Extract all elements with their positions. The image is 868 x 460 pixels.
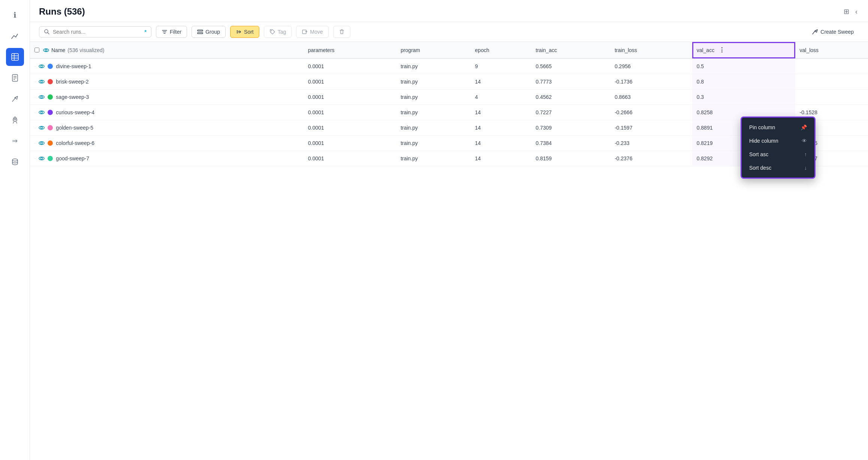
move-icon — [302, 29, 308, 35]
eye-icon-row[interactable] — [39, 109, 45, 115]
svg-rect-21 — [302, 30, 306, 34]
eye-icon-row[interactable] — [39, 155, 45, 161]
run-color-dot — [48, 94, 53, 100]
col-header-program: program — [396, 42, 470, 59]
cell-train-loss: -0.2376 — [610, 151, 692, 166]
row-handle: · — [34, 140, 36, 146]
group-button[interactable]: Group — [192, 26, 226, 38]
column-context-menu: Pin column 📌 Hide column 👁 Sort asc ↑ So… — [741, 116, 816, 179]
run-color-dot — [48, 110, 53, 115]
svg-point-25 — [41, 66, 43, 67]
cell-parameters: 0.0001 — [304, 105, 396, 120]
arrow-right-icon: ⇒ — [12, 137, 18, 145]
cell-program: train.py — [396, 90, 470, 105]
sidebar-item-launch[interactable] — [6, 111, 24, 129]
search-input[interactable] — [53, 29, 142, 35]
cell-name: · good-sweep-7 — [30, 151, 304, 166]
run-name: golden-sweep-5 — [56, 125, 93, 131]
grid-view-icon[interactable]: ⊞ — [842, 6, 851, 17]
svg-rect-0 — [12, 54, 18, 60]
context-menu-hide[interactable]: Hide column 👁 — [742, 134, 814, 148]
eye-icon-row[interactable] — [39, 140, 45, 146]
eye-icon-row[interactable] — [39, 94, 45, 100]
sidebar-item-artifacts[interactable]: ⇒ — [6, 132, 24, 150]
table-row: · sage-sweep-3 0.0001 train.py 4 0.4562 … — [30, 90, 868, 105]
cell-epoch: 4 — [470, 90, 531, 105]
sidebar-item-sweep[interactable] — [6, 90, 24, 108]
move-button[interactable]: Move — [296, 26, 328, 38]
cell-parameters: 0.0001 — [304, 58, 396, 74]
svg-point-35 — [41, 142, 43, 144]
column-options-button[interactable]: ⋮ — [717, 46, 727, 54]
context-menu-sort-desc[interactable]: Sort desc ↓ — [742, 161, 814, 175]
toolbar: * Filter Group Sort Tag Move Create Sw — [30, 22, 868, 42]
cell-parameters: 0.0001 — [304, 136, 396, 151]
row-handle: · — [34, 125, 36, 130]
cell-train-loss: 0.2956 — [610, 58, 692, 74]
run-name: sage-sweep-3 — [56, 94, 89, 100]
filter-icon — [162, 29, 168, 35]
sidebar-item-info[interactable]: ℹ — [6, 6, 24, 24]
database-icon — [11, 158, 19, 166]
cell-program: train.py — [396, 136, 470, 151]
row-handle: · — [34, 94, 36, 100]
sort-icon — [236, 29, 242, 35]
col-header-train-loss: train_loss — [610, 42, 692, 59]
search-box[interactable]: * — [39, 26, 151, 37]
svg-point-9 — [12, 159, 18, 161]
run-color-dot — [48, 64, 53, 69]
cell-parameters: 0.0001 — [304, 74, 396, 90]
sort-button[interactable]: Sort — [230, 26, 259, 38]
sort-desc-label: Sort desc — [749, 165, 771, 171]
svg-point-31 — [41, 112, 43, 114]
delete-button[interactable] — [333, 26, 350, 38]
sidebar-item-reports[interactable] — [6, 69, 24, 87]
cell-val-loss — [795, 74, 868, 90]
charts-icon — [11, 32, 19, 40]
delete-icon — [339, 29, 345, 35]
create-sweep-button[interactable]: Create Sweep — [806, 26, 859, 38]
cell-val-loss — [795, 58, 868, 74]
cell-val-loss — [795, 90, 868, 105]
eye-icon-row[interactable] — [39, 63, 45, 69]
run-color-dot — [48, 125, 53, 130]
sidebar-item-table[interactable] — [6, 48, 24, 66]
cell-train-acc: 0.7773 — [531, 74, 610, 90]
hide-icon: 👁 — [802, 138, 807, 144]
cell-train-loss: -0.1597 — [610, 120, 692, 136]
row-handle: · — [34, 64, 36, 69]
cell-val-acc: 0.5 — [692, 58, 795, 74]
sweep-broom-icon — [811, 28, 818, 35]
eye-icon-row[interactable] — [39, 125, 45, 131]
select-all-checkbox[interactable] — [34, 48, 39, 52]
rocket-icon — [11, 116, 19, 124]
eye-icon-row[interactable] — [39, 79, 45, 85]
val-acc-label: val_acc — [697, 47, 714, 53]
filter-button[interactable]: Filter — [156, 26, 187, 38]
cell-program: train.py — [396, 151, 470, 166]
col-header-parameters: parameters — [304, 42, 396, 59]
cell-train-acc: 0.8159 — [531, 151, 610, 166]
row-handle: · — [34, 110, 36, 115]
context-menu-sort-asc[interactable]: Sort asc ↑ — [742, 148, 814, 161]
info-icon: ℹ — [13, 10, 16, 19]
cell-epoch: 14 — [470, 136, 531, 151]
svg-line-11 — [48, 33, 49, 34]
hide-column-label: Hide column — [749, 138, 778, 144]
context-menu-pin[interactable]: Pin column 📌 — [742, 121, 814, 134]
cell-name: · brisk-sweep-2 — [30, 74, 304, 90]
main-content: Runs (536) ⊞ ‹ * Filter Group Sort Tag — [30, 0, 868, 460]
collapse-icon[interactable]: ‹ — [854, 6, 859, 17]
page-title: Runs (536) — [39, 6, 85, 17]
tag-button[interactable]: Tag — [264, 26, 292, 38]
cell-train-loss: 0.8663 — [610, 90, 692, 105]
cell-program: train.py — [396, 120, 470, 136]
cell-name: · colorful-sweep-6 — [30, 136, 304, 151]
table-icon — [11, 53, 19, 61]
sidebar-item-database[interactable] — [6, 153, 24, 171]
sidebar-item-charts[interactable] — [6, 27, 24, 45]
table-row: · divine-sweep-1 0.0001 train.py 9 0.566… — [30, 58, 868, 74]
cell-epoch: 14 — [470, 105, 531, 120]
cell-epoch: 14 — [470, 74, 531, 90]
page-header: Runs (536) ⊞ ‹ — [30, 0, 868, 22]
